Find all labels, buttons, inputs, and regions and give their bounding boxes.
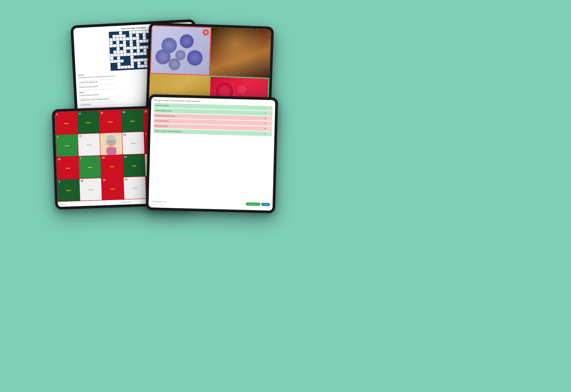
advent-number-8: 8	[145, 132, 147, 135]
advent-number-2: 2	[57, 136, 59, 138]
advent-cell-2[interactable]: 2	[56, 134, 78, 157]
advent-number-11: 11	[78, 112, 81, 115]
recipe-number-5: -1	[267, 128, 270, 130]
advent-reuse[interactable]: ◁ Reuse	[59, 203, 65, 206]
recipe-badge-5: ✕ -1	[264, 127, 270, 130]
advent-number-23: 23	[58, 158, 61, 160]
svg-rect-24	[106, 147, 117, 155]
advent-cell-16[interactable]: 16	[99, 110, 122, 133]
recipe-number-4: -1	[267, 123, 270, 125]
advent-number-17: 17	[79, 135, 82, 137]
correct-icon-1: ✓	[265, 107, 266, 109]
advent-number-16: 16	[100, 112, 103, 114]
advent-cell-5[interactable]: 5	[57, 179, 80, 201]
recipe-screen: Arrange the recipe in the correct order …	[148, 97, 276, 210]
advent-cell-10[interactable]: 10	[123, 154, 145, 177]
incorrect-icon-4: ✕	[265, 122, 266, 125]
recipe-badge-4: ✕ -1	[265, 122, 270, 125]
score-bar	[151, 201, 162, 202]
advent-number-13: 13	[123, 133, 126, 136]
correct-icon-6: ✓	[264, 133, 266, 135]
recipe-reuse[interactable]: ◁ Reuse	[151, 204, 156, 206]
whisky-image	[210, 27, 271, 78]
advent-portrait-2[interactable]	[100, 133, 122, 155]
advent-cell-17[interactable]: 17	[78, 133, 100, 156]
recipe-page: RIP	[268, 207, 270, 208]
advent-cell-15[interactable]: 15	[102, 177, 124, 200]
advent-number-9: 9	[56, 113, 58, 116]
recipe-number-2: +1	[267, 112, 271, 114]
recipe-badge-2: ✓ +1	[264, 112, 271, 114]
recipe-embed[interactable]: ↗ Embed	[158, 204, 163, 206]
recipe-buttons: ◉ Show solution ↺ Retry	[246, 202, 270, 206]
advent-cell-21[interactable]: 21	[124, 177, 146, 199]
advent-number-20: 20	[145, 110, 147, 112]
recipe-number-3: -1	[267, 117, 270, 119]
correct-icon-2: ✓	[264, 112, 266, 114]
recipe-badge-6: ✓ +1	[264, 133, 270, 135]
advent-number-15: 15	[102, 179, 105, 181]
show-solution-button[interactable]: ◉ Show solution	[246, 202, 260, 206]
recipe-items-list: Toast the oatmeal ✓ +1 Make raspberry pu…	[151, 103, 273, 202]
advent-number-21: 21	[125, 178, 128, 181]
advent-number-24: 24	[122, 111, 125, 113]
advent-number-7: 7	[80, 157, 81, 160]
advent-cell-13[interactable]: 13	[122, 132, 144, 154]
advent-number-5: 5	[59, 180, 60, 183]
recipe-number-1: +1	[267, 107, 271, 109]
retry-button[interactable]: ↺ Retry	[261, 203, 270, 206]
advent-number-10: 10	[124, 155, 127, 158]
advent-cell-11[interactable]: 11	[77, 111, 100, 134]
advent-rights[interactable]: ⊕ Rights of use	[121, 201, 131, 203]
advent-cell-24[interactable]: 24	[121, 110, 144, 132]
advent-cell-23[interactable]: 23	[57, 156, 79, 179]
advent-number-19: 19	[102, 156, 105, 159]
advent-cell-19[interactable]: 19	[101, 155, 123, 178]
recipe-badge-3: ✕ -1	[265, 117, 270, 120]
tablet-recipe: Arrange the recipe in the correct order …	[146, 94, 278, 213]
advent-cell-9[interactable]: 9	[55, 112, 77, 134]
recipe-badge-1: ✓ +1	[265, 107, 271, 110]
recipe-content: Arrange the recipe in the correct order …	[148, 97, 276, 210]
incorrect-icon-3: ✕	[265, 117, 266, 119]
advent-number-22: 22	[81, 179, 83, 182]
score-display: 0/6	[164, 201, 166, 203]
recipe-item-text-6: Layer in a glass with the raspberries	[155, 130, 264, 135]
incorrect-icon-5: ✕	[264, 127, 266, 130]
portrait-2-svg	[100, 133, 122, 155]
blueberry-image	[151, 26, 210, 75]
recipe-number-6: +1	[266, 133, 270, 135]
image-cell-whisky[interactable]	[210, 27, 271, 78]
advent-cell-7[interactable]: 7	[79, 155, 101, 178]
advent-cell-22[interactable]: 22	[79, 178, 102, 201]
image-cell-blueberries[interactable]: ✕	[150, 25, 211, 76]
